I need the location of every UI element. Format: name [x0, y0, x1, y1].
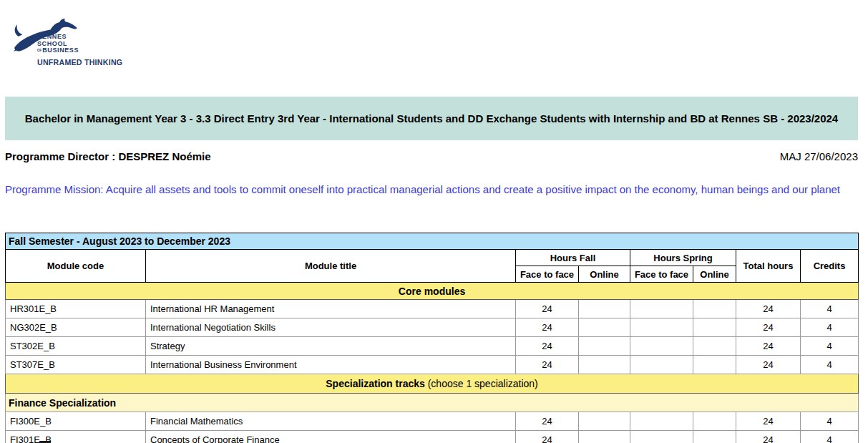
f2f-fall: 24 — [516, 431, 579, 443]
module-row: NG302E_B International Negotiation Skill… — [6, 318, 859, 337]
col-header-module-title: Module title — [146, 250, 516, 283]
module-title: International HR Management — [146, 300, 516, 318]
module-code: HR301E_B — [6, 300, 146, 318]
online-spring — [693, 431, 736, 443]
module-title: Concepts of Corporate Finance — [146, 431, 516, 443]
f2f-spring — [630, 300, 693, 318]
section-specialization-tracks: Specialization tracks (choose 1 speciali… — [6, 374, 859, 394]
module-title: Financial Mathematics — [146, 412, 516, 431]
online-spring — [693, 356, 736, 374]
programme-mission: Programme Mission: Acquire all assets an… — [5, 182, 860, 198]
section-finance-specialization: Finance Specialization — [6, 394, 859, 412]
logo-tagline: UNFRAMED THINKING — [37, 58, 122, 67]
total-hours: 24 — [736, 337, 801, 356]
f2f-fall: 24 — [516, 337, 579, 356]
f2f-fall: 24 — [516, 412, 579, 431]
module-row: HR301E_B International HR Management 24 … — [6, 300, 859, 318]
module-title: International Business Environment — [146, 356, 516, 374]
online-fall — [579, 337, 630, 356]
f2f-fall: 24 — [516, 356, 579, 374]
col-header-hours-spring: Hours Spring — [630, 250, 736, 266]
core-modules-label: Core modules — [6, 283, 859, 300]
school-name-line3: OFBUSINESS — [37, 47, 79, 54]
col-header-hours-fall: Hours Fall — [516, 250, 630, 266]
f2f-spring — [630, 337, 693, 356]
credits: 4 — [801, 431, 859, 443]
online-spring — [693, 300, 736, 318]
module-code: ST302E_B — [6, 337, 146, 356]
online-fall — [579, 356, 630, 374]
online-spring — [693, 412, 736, 431]
col-header-spring-face-to-face: Face to face — [630, 266, 693, 283]
module-code: NG302E_B — [6, 318, 146, 337]
total-hours: 24 — [736, 431, 801, 443]
col-header-fall-online: Online — [579, 266, 630, 283]
online-fall — [579, 300, 630, 318]
module-code: ST307E_B — [6, 356, 146, 374]
credits: 4 — [801, 412, 859, 431]
credits: 4 — [801, 356, 859, 374]
online-fall — [579, 431, 630, 443]
col-header-fall-face-to-face: Face to face — [516, 266, 579, 283]
col-header-spring-online: Online — [693, 266, 736, 283]
module-title: Strategy — [146, 337, 516, 356]
programme-director: Programme Director : DESPREZ Noémie — [5, 150, 211, 162]
f2f-spring — [630, 356, 693, 374]
programme-title: Bachelor in Management Year 3 - 3.3 Dire… — [5, 97, 858, 140]
col-header-module-code: Module code — [6, 250, 146, 283]
credits: 4 — [801, 300, 859, 318]
credits: 4 — [801, 337, 859, 356]
online-fall — [579, 318, 630, 337]
col-header-total-hours: Total hours — [736, 250, 801, 283]
online-spring — [693, 337, 736, 356]
col-header-credits: Credits — [801, 250, 859, 283]
module-row: ST302E_B Strategy 24 24 4 — [6, 337, 859, 356]
module-row: ST307E_B International Business Environm… — [6, 356, 859, 374]
total-hours: 24 — [736, 412, 801, 431]
total-hours: 24 — [736, 356, 801, 374]
director-row: Programme Director : DESPREZ Noémie MAJ … — [5, 150, 858, 162]
f2f-spring — [630, 318, 693, 337]
school-name: RENNES SCHOOL OFBUSINESS — [37, 34, 79, 54]
module-row: FI301E_B Concepts of Corporate Finance 2… — [6, 431, 859, 443]
online-fall — [579, 412, 630, 431]
module-row: FI300E_B Financial Mathematics 24 24 4 — [6, 412, 859, 431]
column-header-row-1: Module code Module title Hours Fall Hour… — [6, 250, 859, 266]
module-code: FI300E_B — [6, 412, 146, 431]
f2f-fall: 24 — [516, 318, 579, 337]
update-date: MAJ 27/06/2023 — [780, 150, 858, 162]
total-hours: 24 — [736, 318, 801, 337]
school-logo: RENNES SCHOOL OFBUSINESS UNFRAMED THINKI… — [13, 16, 156, 73]
module-code: FI301E_B — [6, 431, 146, 443]
total-hours: 24 — [736, 300, 801, 318]
specialization-tracks-label: Specialization tracks (choose 1 speciali… — [6, 374, 859, 394]
f2f-fall: 24 — [516, 300, 579, 318]
semester-title: Fall Semester - August 2023 to December … — [6, 233, 859, 250]
fall-semester-table: Fall Semester - August 2023 to December … — [5, 233, 859, 443]
finance-specialization-label: Finance Specialization — [6, 394, 859, 412]
logo-of: OF — [37, 49, 42, 52]
f2f-spring — [630, 431, 693, 443]
module-title: International Negotiation Skills — [146, 318, 516, 337]
online-spring — [693, 318, 736, 337]
f2f-spring — [630, 412, 693, 431]
section-core-modules: Core modules — [6, 283, 859, 300]
semester-header-row: Fall Semester - August 2023 to December … — [6, 233, 859, 250]
credits: 4 — [801, 318, 859, 337]
